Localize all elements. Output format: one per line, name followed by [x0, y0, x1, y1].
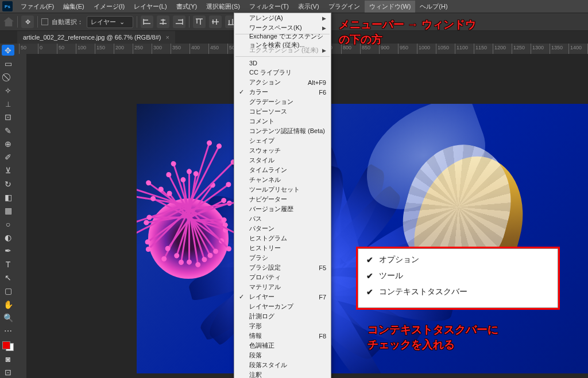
marquee-tool[interactable]: ▭ [2, 58, 14, 69]
menu-item-label: タイムライン [249, 166, 287, 174]
menu-item[interactable]: ヒストグラム [234, 233, 331, 243]
edit-toolbar[interactable]: ⋯ [2, 326, 14, 337]
menu-shortcut: Alt+F9 [308, 79, 326, 86]
color-swatch[interactable] [2, 341, 14, 352]
auto-select-label: 自動選択： [52, 18, 83, 26]
auto-select-checkbox[interactable] [41, 18, 48, 25]
check-icon: ✓ [239, 88, 244, 96]
menu-item[interactable]: ✓カラーF6 [234, 87, 331, 97]
menu-item[interactable]: 計測ログ [234, 311, 331, 321]
menu-item[interactable]: 字形 [234, 321, 331, 331]
menu-item[interactable]: プロパティ [234, 272, 331, 282]
menu-item[interactable]: アレンジ(A)▶ [234, 13, 331, 23]
type-tool[interactable]: T [2, 259, 14, 270]
move-tool-icon[interactable]: ✥ [21, 15, 34, 28]
menu-item[interactable]: 段落スタイル [234, 360, 331, 370]
menu-item[interactable]: エクステンション (従来)▶ [234, 45, 331, 55]
menu-item[interactable]: コピーソース [234, 107, 331, 116]
eraser-tool[interactable]: ◧ [2, 192, 14, 202]
menu-item[interactable]: ヒストリー [234, 243, 331, 253]
frame-tool[interactable]: ⊡ [2, 112, 14, 123]
menu-item[interactable]: ブラシ設定F5 [234, 263, 331, 272]
menu-item[interactable]: 注釈 [234, 370, 331, 378]
ruler-tick: 1350 [550, 44, 563, 54]
path-tool[interactable]: ↖ [2, 272, 14, 283]
menu-item-label: グラデーション [249, 98, 293, 106]
menu-item[interactable]: ワークスペース(K)▶ [234, 23, 331, 33]
menu-edit[interactable]: 編集(E) [59, 1, 89, 13]
menu-item[interactable]: レイヤーカンプ [234, 302, 331, 311]
menu-select[interactable]: 選択範囲(S) [202, 1, 245, 13]
align-center-h-icon[interactable] [157, 15, 169, 28]
crop-tool[interactable]: ⟂ [2, 98, 14, 109]
menu-item[interactable]: ナビゲーター [234, 194, 331, 204]
lasso-tool[interactable]: ⃠ [2, 72, 14, 83]
menu-item[interactable]: スウォッチ [234, 146, 331, 155]
menu-item[interactable]: 色調補正 [234, 341, 331, 350]
menu-item[interactable]: スタイル [234, 155, 331, 165]
menu-item[interactable]: グラデーション [234, 97, 331, 107]
screen-mode[interactable]: ⊡ [2, 367, 14, 378]
menu-file[interactable]: ファイル(F) [16, 1, 59, 13]
blur-tool[interactable]: ○ [2, 219, 14, 229]
menu-item[interactable]: パターン [234, 224, 331, 233]
ruler-tick: 50 [57, 44, 64, 54]
pen-tool[interactable]: ✒ [2, 245, 14, 256]
menu-item[interactable]: マテリアル [234, 282, 331, 292]
menu-item[interactable]: Exchange でエクステンションを検索 (従来)... [234, 36, 331, 45]
dodge-tool[interactable]: ◐ [2, 232, 14, 243]
history-brush-tool[interactable]: ↻ [2, 178, 14, 189]
menu-item[interactable]: コンテンツ認証情報 (Beta) [234, 126, 331, 136]
align-center-v-icon[interactable] [209, 15, 222, 28]
menu-item[interactable]: 段落 [234, 350, 331, 360]
home-icon[interactable] [3, 17, 14, 26]
menu-item[interactable]: ブラシ [234, 253, 331, 263]
menu-item-label: チャンネル [249, 176, 281, 184]
wand-tool[interactable]: ✧ [2, 85, 14, 96]
vertical-ruler[interactable] [16, 54, 26, 378]
menu-view[interactable]: 表示(V) [293, 1, 324, 13]
menu-item[interactable]: ✓レイヤーF7 [234, 292, 331, 302]
shape-tool[interactable]: ▢ [2, 286, 14, 297]
document-tab[interactable]: article_002_22_reference.jpg @ 66.7% (RG… [17, 31, 175, 44]
eyedropper-tool[interactable]: ✎ [2, 125, 14, 136]
menu-item[interactable]: バージョン履歴 [234, 204, 331, 214]
menu-item[interactable]: ツールプリセット [234, 185, 331, 194]
menu-item-label: ブラシ設定 [249, 263, 281, 272]
menu-item[interactable]: チャンネル [234, 175, 331, 185]
menu-item[interactable]: 3D [234, 58, 331, 68]
gradient-tool[interactable]: ▦ [2, 205, 14, 216]
menu-item[interactable]: CC ライブラリ [234, 68, 331, 77]
brush-tool[interactable]: ✐ [2, 152, 14, 163]
hand-tool[interactable]: ✋ [2, 299, 14, 310]
separator [189, 16, 189, 28]
menu-item[interactable]: 情報F8 [234, 331, 331, 341]
menu-image[interactable]: イメージ(I) [89, 1, 129, 13]
menu-help[interactable]: ヘルプ(H) [415, 1, 452, 13]
close-icon[interactable]: × [165, 34, 169, 41]
menu-item[interactable]: シェイプ [234, 136, 331, 146]
menu-type[interactable]: 書式(Y) [172, 1, 202, 13]
stamp-tool[interactable]: ⊻ [2, 165, 14, 176]
ruler-tick: 150 [95, 44, 105, 54]
menu-plugin[interactable]: プラグイン [324, 1, 365, 13]
align-left-icon[interactable] [141, 15, 153, 28]
align-right-icon[interactable] [173, 15, 185, 28]
heal-tool[interactable]: ⊕ [2, 138, 14, 149]
canvas-image[interactable] [137, 104, 588, 373]
zoom-tool[interactable]: 🔍 [2, 312, 14, 323]
layer-dropdown[interactable]: レイヤー ⌄ [87, 16, 133, 28]
menu-layer[interactable]: レイヤー(L) [129, 1, 171, 13]
menu-item[interactable]: コメント [234, 116, 331, 126]
menu-item[interactable]: タイムライン [234, 165, 331, 175]
ruler-tick: 1250 [512, 44, 525, 54]
menu-item-label: バージョン履歴 [249, 205, 293, 213]
quick-mask[interactable]: ◙ [2, 353, 14, 364]
menu-filter[interactable]: フィルター(T) [245, 1, 293, 13]
move-tool[interactable]: ✥ [2, 45, 14, 56]
menu-item[interactable]: パス [234, 214, 331, 224]
menu-window[interactable]: ウィンドウ(W) [365, 1, 416, 13]
menu-item[interactable]: アクションAlt+F9 [234, 77, 331, 87]
align-top-icon[interactable] [193, 15, 206, 28]
ruler-tick: 0 [38, 44, 42, 54]
